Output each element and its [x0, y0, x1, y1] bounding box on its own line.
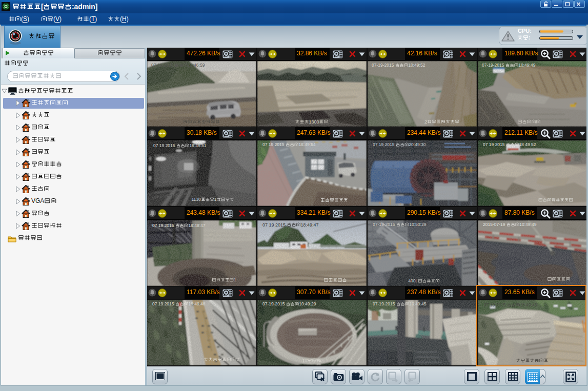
svg-text:307.70 KB/s: 307.70 KB/s — [297, 289, 330, 296]
svg-text:32.86 KB/s: 32.86 KB/s — [297, 50, 327, 57]
svg-text:234.44 KB/s: 234.44 KB/s — [407, 129, 440, 136]
svg-text:VGA: VGA — [31, 197, 44, 204]
svg-text:30.18 KB/s: 30.18 KB/s — [187, 129, 217, 136]
svg-text:247.63 KB/s: 247.63 KB/s — [297, 129, 330, 136]
svg-text:472.26 KB/s: 472.26 KB/s — [187, 50, 220, 57]
svg-text::: : — [529, 34, 531, 40]
svg-text:334.21 KB/s: 334.21 KB/s — [297, 209, 330, 216]
svg-text:290.15 KB/s: 290.15 KB/s — [407, 209, 440, 216]
svg-text:87.80 KB/s: 87.80 KB/s — [504, 209, 535, 216]
svg-text:243.48 KB/s: 243.48 KB/s — [187, 209, 220, 216]
svg-text:CPU:: CPU: — [518, 28, 532, 34]
svg-text:189.60 KB/s: 189.60 KB/s — [504, 50, 538, 57]
svg-text:117.03 KB/s: 117.03 KB/s — [187, 289, 220, 296]
svg-text::admin]: :admin] — [72, 3, 98, 11]
svg-text:237.48 KB/s: 237.48 KB/s — [407, 289, 440, 296]
svg-text:[: [ — [41, 3, 44, 11]
svg-text:42.16 KB/s: 42.16 KB/s — [407, 50, 437, 57]
svg-text:212.11 KB/s: 212.11 KB/s — [504, 129, 538, 136]
